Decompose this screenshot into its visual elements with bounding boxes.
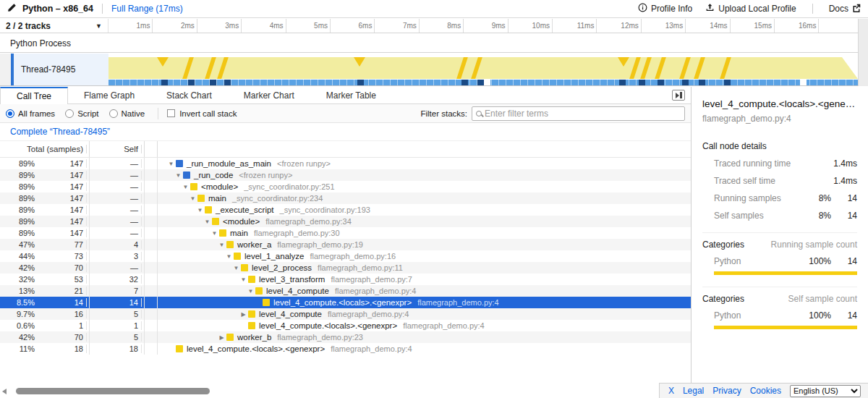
marker-slash[interactable]	[629, 57, 641, 79]
tab-marker-table[interactable]: Marker Table	[310, 87, 392, 103]
expand-open-icon[interactable]: ▼	[231, 265, 241, 271]
marker-slash[interactable]	[640, 57, 652, 79]
full-range-link[interactable]: Full Range (17ms)	[111, 4, 183, 14]
timeline-ruler[interactable]: 2 / 2 tracks ▼ 1ms2ms3ms4ms5ms6ms7ms8ms9…	[0, 19, 868, 33]
category-section-header: CategoriesRunning sample count	[702, 240, 857, 250]
sidebar-toggle-button[interactable]	[672, 90, 685, 101]
timeline-vertical-scrollbar[interactable]	[858, 19, 868, 86]
ruler-tick: 2ms	[153, 19, 197, 33]
call-tree-row[interactable]: 8.5%1414level_4_compute.<locals>.<genexp…	[0, 297, 691, 308]
function-file-line: flamegraph_demo.py:19	[277, 240, 363, 249]
call-tree-row[interactable]: 42%705▶worker_bflamegraph_demo.py:23	[0, 331, 691, 343]
row-total-samples: 14	[35, 298, 87, 307]
jank-marker-icon[interactable]	[157, 57, 169, 67]
marker-slash[interactable]	[720, 57, 731, 79]
footer-x-link[interactable]: X	[668, 386, 674, 396]
marker-slash[interactable]	[217, 57, 229, 79]
marker-slash[interactable]	[456, 57, 468, 79]
process-track-header[interactable]: Python Process	[0, 34, 868, 53]
call-tree-row[interactable]: 89%147—▼_run_code<frozen runpy>	[0, 169, 691, 181]
function-file-line: flamegraph_demo.py:7	[331, 275, 412, 284]
full-range-breadcrumb-link[interactable]: Complete “Thread-78495”	[10, 127, 110, 137]
expand-closed-icon[interactable]: ▶	[239, 311, 248, 318]
category-section-header: CategoriesSelf sample count	[702, 294, 857, 304]
marker-slash[interactable]	[655, 57, 666, 79]
expand-open-icon[interactable]: ▼	[188, 195, 197, 202]
marker-slash[interactable]	[679, 57, 691, 79]
stat-value: 1.4ms	[831, 158, 857, 169]
footer-link-legal[interactable]: Legal	[683, 386, 704, 396]
call-tree-row[interactable]: 9.7%165▶level_4_computeflamegraph_demo.p…	[0, 308, 691, 320]
profile-info-button[interactable]: Profile Info	[638, 3, 692, 14]
invert-call-stack-checkbox[interactable]: Invert call stack	[167, 109, 237, 118]
call-tree-row[interactable]: 89%147—▼_run_module_as_main<frozen runpy…	[0, 158, 691, 169]
radio-icon[interactable]	[65, 109, 74, 118]
call-tree-row[interactable]: 89%147—▼<module>_sync_coordinator.py:251	[0, 181, 691, 192]
column-header-total[interactable]: Total (samples)	[0, 145, 87, 153]
scroll-left-arrow-icon[interactable]	[2, 389, 7, 394]
ruler-tick: 12ms	[597, 19, 642, 33]
function-file-line: flamegraph_demo.py:4	[328, 310, 409, 318]
expand-open-icon[interactable]: ▼	[224, 253, 234, 260]
expand-open-icon[interactable]: ▼	[217, 242, 226, 248]
expand-open-icon[interactable]: ▼	[239, 276, 248, 283]
expand-open-icon[interactable]: ▼	[246, 288, 255, 295]
radio-all-frames[interactable]: All frames	[6, 109, 55, 118]
radio-icon[interactable]	[6, 109, 14, 118]
horizontal-scrollbar	[0, 386, 691, 397]
frame-filter-radio-group: All framesScriptNative	[6, 109, 155, 118]
checkbox-icon[interactable]	[167, 109, 175, 117]
tracks-dropdown[interactable]: 2 / 2 tracks ▼	[0, 19, 109, 33]
call-tree-row[interactable]: 42%70—▼level_2_processflamegraph_demo.py…	[0, 262, 691, 274]
jank-marker-icon[interactable]	[354, 57, 365, 67]
profile-name[interactable]: Python – x86_64	[22, 4, 93, 14]
expand-open-icon[interactable]: ▼	[203, 219, 212, 225]
edit-pencil-icon[interactable]	[7, 3, 17, 14]
docs-button[interactable]: Docs	[829, 4, 861, 14]
expand-open-icon[interactable]: ▼	[174, 172, 183, 179]
expand-open-icon[interactable]: ▼	[195, 207, 205, 213]
expand-closed-icon[interactable]: ▶	[217, 334, 226, 341]
upload-profile-button[interactable]: Upload Local Profile	[705, 3, 796, 14]
call-tree-row[interactable]: 32%5332▼level_3_transformflamegraph_demo…	[0, 274, 691, 285]
call-tree-row[interactable]: 13%217▼level_4_computeflamegraph_demo.py…	[0, 285, 691, 297]
marker-slash[interactable]	[694, 57, 705, 79]
marker-slash[interactable]	[471, 57, 482, 79]
filter-input[interactable]	[485, 109, 681, 119]
radio-native[interactable]: Native	[109, 109, 145, 118]
scrollbar-thumb[interactable]	[16, 388, 210, 394]
stat-percent	[802, 158, 831, 169]
call-tree-row[interactable]: 89%147—▼main_sync_coordinator.py:234	[0, 192, 691, 204]
tab-stack-chart[interactable]: Stack Chart	[150, 87, 228, 103]
thread-track-label[interactable]: Thread-78495	[14, 54, 109, 85]
category-value: 14	[831, 256, 857, 266]
expand-open-icon[interactable]: ▼	[166, 161, 176, 167]
call-tree-row[interactable]: 89%147—▼_execute_script_sync_coordinator…	[0, 204, 691, 216]
sample-dark-segment	[224, 80, 231, 85]
language-select[interactable]: English (US)	[790, 385, 861, 397]
call-tree-row[interactable]: 44%733▼level_1_analyzeflamegraph_demo.py…	[0, 250, 691, 262]
tab-call-tree[interactable]: Call Tree	[0, 87, 68, 104]
call-tree-row[interactable]: 89%147—▼<module>flamegraph_demo.py:34	[0, 216, 691, 227]
radio-script[interactable]: Script	[65, 109, 98, 118]
marker-slash[interactable]	[205, 57, 216, 79]
footer-link-cookies[interactable]: Cookies	[750, 386, 781, 396]
thread-activity-graph[interactable]	[109, 54, 858, 85]
footer-link-privacy[interactable]: Privacy	[712, 386, 741, 396]
expand-open-icon[interactable]: ▼	[181, 184, 190, 190]
tab-flame-graph[interactable]: Flame Graph	[68, 87, 150, 103]
function-file-line: _sync_coordinator.py:251	[244, 182, 334, 191]
column-header-self[interactable]: Self	[90, 145, 142, 153]
call-tree-row[interactable]: 89%147—▼mainflamegraph_demo.py:30	[0, 227, 691, 239]
jank-marker-icon[interactable]	[618, 57, 629, 67]
category-percent: 100%	[799, 256, 831, 266]
tab-marker-chart[interactable]: Marker Chart	[228, 87, 310, 103]
call-tree-row[interactable]: 47%774▼worker_aflamegraph_demo.py:19	[0, 239, 691, 250]
call-tree-row[interactable]: 0.6%11level_4_compute.<locals>.<genexpr>…	[0, 320, 691, 331]
marker-slash[interactable]	[182, 57, 194, 79]
expand-open-icon[interactable]: ▼	[210, 230, 219, 237]
category-name: Python	[714, 256, 799, 266]
row-function-cell: ▼mainflamegraph_demo.py:30	[158, 229, 691, 237]
radio-icon[interactable]	[109, 109, 118, 118]
call-tree-row[interactable]: 11%1818level_4_compute.<locals>.<genexpr…	[0, 343, 691, 355]
